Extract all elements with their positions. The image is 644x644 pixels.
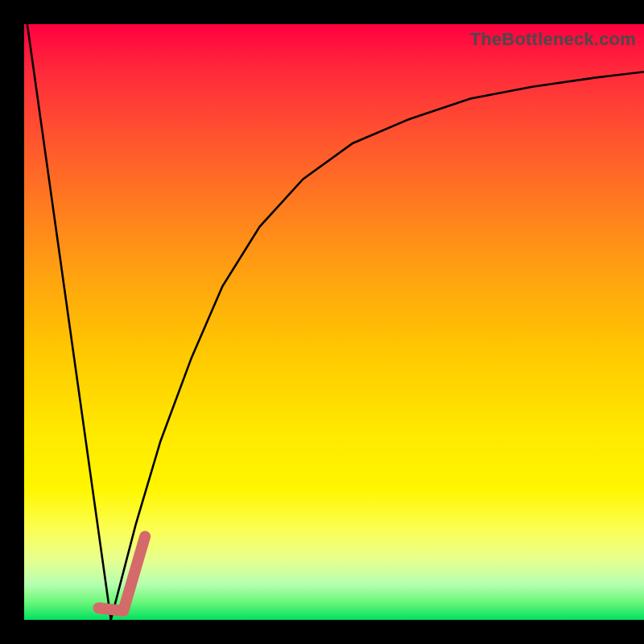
watermark-text: TheBottleneck.com [470,29,636,50]
right-curve [111,72,644,620]
curves-layer [24,24,644,620]
plot-area: TheBottleneck.com [24,24,644,620]
chart-frame: TheBottleneck.com [0,0,644,644]
left-line [27,24,111,620]
highlight-segment [98,536,145,611]
